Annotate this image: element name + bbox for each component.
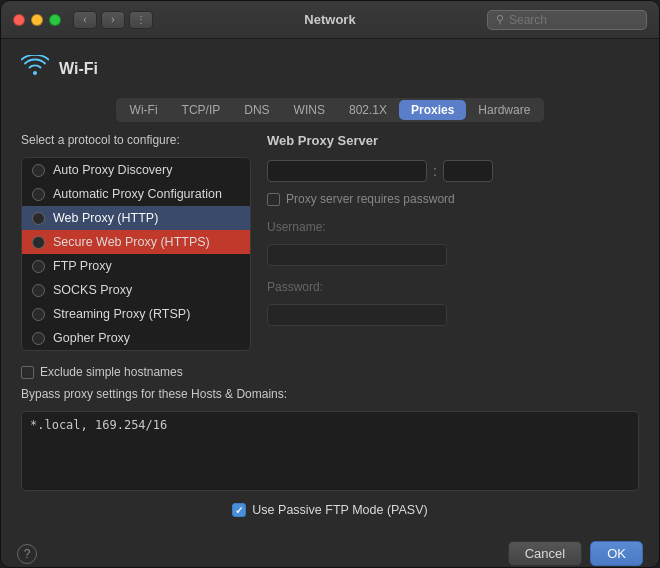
pasv-label: Use Passive FTP Mode (PASV) xyxy=(252,503,427,517)
checkbox-auto-proxy[interactable] xyxy=(32,164,45,177)
minimize-button[interactable] xyxy=(31,14,43,26)
tab-wifi[interactable]: Wi-Fi xyxy=(118,100,170,120)
checkbox-ftp[interactable] xyxy=(32,260,45,273)
window-title: Network xyxy=(304,12,355,27)
titlebar: ‹ › ⋮ Network ⚲ xyxy=(1,1,659,39)
protocol-streaming-label: Streaming Proxy (RTSP) xyxy=(53,307,190,321)
protocol-auto-proxy[interactable]: Auto Proxy Discovery xyxy=(22,158,250,182)
protocol-web-http-label: Web Proxy (HTTP) xyxy=(53,211,158,225)
cancel-button[interactable]: Cancel xyxy=(508,541,582,566)
protocol-web-https-label: Secure Web Proxy (HTTPS) xyxy=(53,235,210,249)
wifi-header: Wi-Fi xyxy=(21,55,639,83)
exclude-row: Exclude simple hostnames xyxy=(21,365,639,379)
maximize-button[interactable] xyxy=(49,14,61,26)
left-panel: Select a protocol to configure: Auto Pro… xyxy=(21,133,251,351)
tab-dns[interactable]: DNS xyxy=(232,100,281,120)
web-proxy-server-title: Web Proxy Server xyxy=(267,133,639,148)
protocol-web-https[interactable]: Secure Web Proxy (HTTPS) xyxy=(22,230,250,254)
nav-buttons: ‹ › xyxy=(73,11,125,29)
footer-buttons: Cancel OK xyxy=(508,541,643,566)
checkmark-icon: ✓ xyxy=(235,505,243,516)
wifi-label: Wi-Fi xyxy=(59,60,98,78)
protocol-gopher[interactable]: Gopher Proxy xyxy=(22,326,250,350)
password-field-label: Password: xyxy=(267,280,639,294)
search-input[interactable] xyxy=(509,13,638,27)
protocol-web-http[interactable]: Web Proxy (HTTP) xyxy=(22,206,250,230)
password-checkbox[interactable] xyxy=(267,193,280,206)
checkbox-web-https[interactable] xyxy=(32,236,45,249)
main-body: Select a protocol to configure: Auto Pro… xyxy=(21,133,639,351)
protocol-gopher-label: Gopher Proxy xyxy=(53,331,130,345)
protocol-auto-config-label: Automatic Proxy Configuration xyxy=(53,187,222,201)
password-checkbox-label: Proxy server requires password xyxy=(286,192,455,206)
proxy-server-input[interactable] xyxy=(267,160,427,182)
password-input[interactable] xyxy=(267,304,447,326)
grid-button[interactable]: ⋮ xyxy=(129,11,153,29)
back-button[interactable]: ‹ xyxy=(73,11,97,29)
tab-hardware[interactable]: Hardware xyxy=(466,100,542,120)
close-button[interactable] xyxy=(13,14,25,26)
tabs-bar: Wi-Fi TCP/IP DNS WINS 802.1X Proxies Har… xyxy=(115,97,546,123)
checkbox-gopher[interactable] xyxy=(32,332,45,345)
pasv-checkbox[interactable]: ✓ xyxy=(232,503,246,517)
protocol-ftp[interactable]: FTP Proxy xyxy=(22,254,250,278)
protocol-list: Auto Proxy Discovery Automatic Proxy Con… xyxy=(21,157,251,351)
proxy-port-input[interactable] xyxy=(443,160,493,182)
username-label: Username: xyxy=(267,220,639,234)
tab-tcpip[interactable]: TCP/IP xyxy=(170,100,233,120)
tab-proxies[interactable]: Proxies xyxy=(399,100,466,120)
protocol-auto-config[interactable]: Automatic Proxy Configuration xyxy=(22,182,250,206)
password-row: Proxy server requires password xyxy=(267,192,639,206)
proxy-server-row: : xyxy=(267,160,639,182)
checkbox-streaming[interactable] xyxy=(32,308,45,321)
checkbox-web-http[interactable] xyxy=(32,212,45,225)
right-panel: Web Proxy Server : Proxy server requires… xyxy=(267,133,639,351)
protocol-socks[interactable]: SOCKS Proxy xyxy=(22,278,250,302)
colon-separator: : xyxy=(433,163,437,179)
traffic-lights xyxy=(13,14,61,26)
protocol-streaming[interactable]: Streaming Proxy (RTSP) xyxy=(22,302,250,326)
checkbox-socks[interactable] xyxy=(32,284,45,297)
wifi-icon xyxy=(21,55,49,83)
window: ‹ › ⋮ Network ⚲ Wi-Fi Wi- xyxy=(0,0,660,568)
exclude-label: Exclude simple hostnames xyxy=(40,365,183,379)
tab-wins[interactable]: WINS xyxy=(282,100,337,120)
content-area: Wi-Fi Wi-Fi TCP/IP DNS WINS 802.1X Proxi… xyxy=(1,39,659,533)
footer: ? Cancel OK xyxy=(1,533,659,568)
search-box[interactable]: ⚲ xyxy=(487,10,647,30)
bypass-label: Bypass proxy settings for these Hosts & … xyxy=(21,387,639,401)
pasv-row: ✓ Use Passive FTP Mode (PASV) xyxy=(21,503,639,517)
help-button[interactable]: ? xyxy=(17,544,37,564)
bypass-textarea[interactable] xyxy=(21,411,639,491)
checkbox-auto-config[interactable] xyxy=(32,188,45,201)
protocol-auto-proxy-label: Auto Proxy Discovery xyxy=(53,163,172,177)
tab-8021x[interactable]: 802.1X xyxy=(337,100,399,120)
protocol-socks-label: SOCKS Proxy xyxy=(53,283,132,297)
protocol-ftp-label: FTP Proxy xyxy=(53,259,112,273)
bottom-section: Exclude simple hostnames Bypass proxy se… xyxy=(21,365,639,517)
forward-button[interactable]: › xyxy=(101,11,125,29)
username-input[interactable] xyxy=(267,244,447,266)
ok-button[interactable]: OK xyxy=(590,541,643,566)
search-icon: ⚲ xyxy=(496,13,504,26)
exclude-checkbox[interactable] xyxy=(21,366,34,379)
protocol-header: Select a protocol to configure: xyxy=(21,133,251,147)
